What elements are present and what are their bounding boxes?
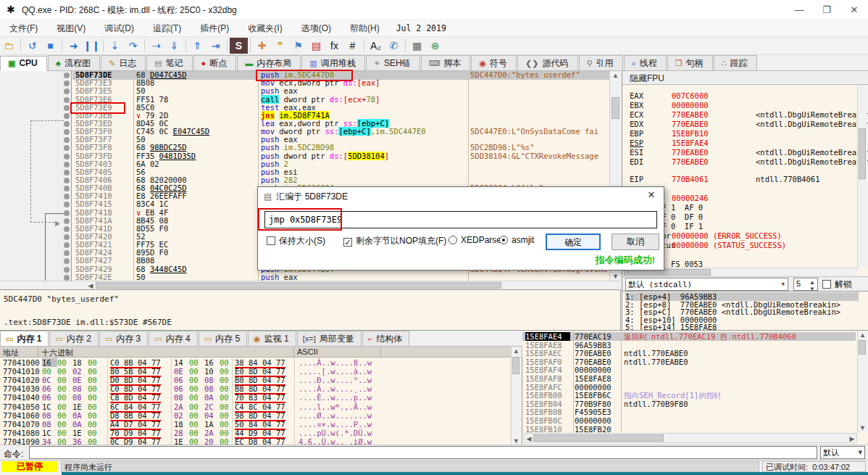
menu-item[interactable]: 文件(F) <box>0 20 47 37</box>
stack-row[interactable]: 15E8FB0C00000000 <box>522 416 856 425</box>
close-button[interactable]: ✕ <box>842 3 867 17</box>
patch-icon[interactable]: ✚ <box>253 38 271 54</box>
dump-row[interactable]: 7704100016001800C0 8B 04 771400160038 84… <box>0 358 507 367</box>
register-row[interactable]: EDX770EABE0<ntdll.DbgUiRemoteBreakin> <box>630 120 868 128</box>
breakpoint-dot[interactable] <box>64 137 70 143</box>
breakpoint-dot[interactable] <box>64 242 70 248</box>
tab-跟踪[interactable]: ∴跟踪 <box>714 55 757 70</box>
register-row[interactable]: EBP15E8FB10 <box>630 129 756 138</box>
step-into-icon[interactable]: ⇣ <box>106 38 124 54</box>
tab-句柄[interactable]: ❒句柄 <box>667 55 713 70</box>
assemble-instruction-input[interactable] <box>264 211 657 228</box>
breakpoint-dot[interactable] <box>64 210 70 216</box>
command-input[interactable] <box>29 446 817 459</box>
keep-size-checkbox[interactable]: 保持大小(S) <box>267 235 325 247</box>
breakpoint-dot[interactable] <box>64 267 70 273</box>
execute-till-return-icon[interactable]: ⇓ <box>165 38 183 54</box>
breakpoint-dot[interactable] <box>64 218 70 224</box>
step-out-icon[interactable]: ⇑ <box>188 38 206 54</box>
az-icon[interactable]: A₂ <box>367 38 385 54</box>
dump-row[interactable]: 770410501C001E006C 84 04 772A002C00C4 8C… <box>0 402 507 411</box>
dump-row[interactable]: 770410100000020080 5B 04 770E001000E0 8D… <box>0 367 507 376</box>
stack-row[interactable]: 15E8FAEC770EABE0ntdll.770EABE0 <box>522 349 856 358</box>
tab-SEH链[interactable]: ⚭SEH链 <box>366 55 420 70</box>
menu-item[interactable]: 调试(D) <box>95 20 143 37</box>
menu-item[interactable]: 帮助(H) <box>341 20 389 37</box>
register-row[interactable]: EBX00000000 <box>630 101 756 110</box>
register-row[interactable]: ESP15E8FAE4 <box>630 139 756 147</box>
dump-tab-内存 3[interactable]: ▭内存 3 <box>99 331 148 346</box>
breakpoint-dot[interactable] <box>64 178 70 183</box>
stack-row[interactable]: 15E8FB04770B9F80ntdll.770B9F80 <box>522 400 856 408</box>
tab-断点[interactable]: ●断点 <box>193 55 237 70</box>
stop-icon[interactable]: ■ <box>41 38 59 54</box>
stack-panel[interactable]: 15E8FAE4770EAC19返回到 ntdll.770EAC19 自 ntd… <box>522 330 868 445</box>
tab-源代码[interactable]: ❮❯源代码 <box>517 55 577 70</box>
tab-引用[interactable]: ⚲引用 <box>579 55 623 70</box>
label-icon[interactable]: ⚑ <box>289 38 307 54</box>
breakpoint-dot[interactable] <box>64 129 70 135</box>
breakpoint-list-icon[interactable]: ▤ <box>307 38 325 54</box>
maximize-button[interactable]: ❐ <box>814 3 839 17</box>
tab-线程[interactable]: »线程 <box>624 55 667 70</box>
asmjit-radio[interactable]: asmjit <box>499 235 534 245</box>
phone-icon[interactable]: ✆ <box>385 38 403 54</box>
breakpoint-dot[interactable] <box>64 258 70 264</box>
breakpoint-dot[interactable] <box>64 113 70 119</box>
globe-icon[interactable]: ⊛ <box>426 38 444 54</box>
breakpoint-dot[interactable] <box>64 275 70 281</box>
menu-item[interactable]: 追踪(T) <box>143 20 191 37</box>
xedparse-radio[interactable]: XEDParse <box>448 235 501 245</box>
strings-icon[interactable]: S <box>230 38 248 54</box>
registers-vscrollbar[interactable] <box>857 85 867 268</box>
dump-vscrollbar[interactable]: ▲ ▼ <box>511 347 521 445</box>
step-over-icon[interactable]: ↷ <box>124 38 142 54</box>
stack-row[interactable]: 15E8FB08F45905E3 <box>522 408 856 416</box>
stack-hscrollbar[interactable]: ◀ ▶ <box>524 433 857 443</box>
breakpoint-dot[interactable] <box>64 194 70 199</box>
dump-row[interactable]: 770410801C001E0070 D9 04 7728002A0044 D9… <box>0 429 507 437</box>
tab-符号[interactable]: ◉符号 <box>471 55 517 70</box>
dump-tab-内存 2[interactable]: ▭内存 2 <box>49 331 98 346</box>
dump-row[interactable]: 7704104006000800C8 8D 04 7708000A0070 83… <box>0 393 507 402</box>
dump-row[interactable]: 770410200C000E00D0 8D 04 7706000800B0 8D… <box>0 376 507 384</box>
restart-icon[interactable]: ↺ <box>23 38 41 54</box>
tab-内存布局[interactable]: ▬内存布局 <box>237 55 301 70</box>
breakpoint-dot[interactable] <box>64 170 70 175</box>
breakpoint-dot[interactable] <box>64 97 70 103</box>
tab-日志[interactable]: ✎日志 <box>101 55 146 70</box>
open-file-icon[interactable]: 🗀 <box>0 38 18 54</box>
run-to-icon[interactable]: ⇢ <box>147 38 165 54</box>
dump-tab-监视 1[interactable]: ◉监视 1 <box>248 331 296 346</box>
dump-tab-内存 4[interactable]: ▭内存 4 <box>149 331 197 346</box>
stack-row[interactable]: 15E8FB0015E8FB6C指向SEH_Record[1]的指针 <box>522 391 856 400</box>
arguments-view[interactable]: 1: [esp+4] 96A59BB32: [esp+8] 770EABE0 <… <box>622 291 868 330</box>
dialog-close-icon[interactable]: ✕ <box>643 189 659 202</box>
nop-fill-checkbox[interactable]: ✓剩余字节以NOP填充(F) <box>343 235 446 247</box>
stack-row[interactable]: 15E8FAF400000000 <box>522 365 856 374</box>
breakpoint-dot[interactable] <box>64 88 70 94</box>
stack-row[interactable]: 15E8FAE4770EAC19返回到 ntdll.770EAC19 自 ntd… <box>522 332 856 341</box>
dump-tab-内存 1[interactable]: ▭内存 1 <box>0 331 49 346</box>
dump-row[interactable]: 7704107008000A00A4 D7 04 7718001A0050 84… <box>0 420 507 429</box>
arg-count-spinner[interactable]: 5▲▼ <box>793 278 818 291</box>
menu-item[interactable]: 视图(V) <box>47 20 95 37</box>
breakpoint-dot[interactable] <box>64 154 70 160</box>
tab-CPU[interactable]: ▣CPU <box>0 56 47 71</box>
pause-icon[interactable]: ❙❙ <box>83 38 101 54</box>
disasm-row[interactable]: 5D8F742E50push eax <box>0 273 621 281</box>
menu-item[interactable]: 插件(P) <box>191 20 238 37</box>
disassembly-hscrollbar[interactable]: ◀ <box>0 281 621 289</box>
run-icon[interactable]: ➜ <box>64 38 83 54</box>
breakpoint-dot[interactable] <box>64 121 70 127</box>
register-row[interactable]: ECX770EABE0<ntdll.DbgUiRemoteBreakin> <box>630 110 868 119</box>
breakpoint-dot[interactable] <box>64 250 70 256</box>
menu-item[interactable]: 收藏夹(I) <box>238 20 291 37</box>
tab-脚本[interactable]: ⌨脚本 <box>421 55 471 70</box>
tab-笔记[interactable]: ▤笔记 <box>146 55 192 70</box>
stack-row[interactable]: 15E8FAFC00000000 <box>522 383 856 392</box>
breakpoint-dot[interactable] <box>64 80 70 86</box>
stack-row[interactable]: 15E8FB1015E8FB20 <box>522 425 856 434</box>
unlock-checkbox[interactable]: 解锁 <box>822 278 852 291</box>
register-row[interactable]: EDI770EABE0<ntdll.DbgUiRemoteBreakin> <box>630 157 868 166</box>
